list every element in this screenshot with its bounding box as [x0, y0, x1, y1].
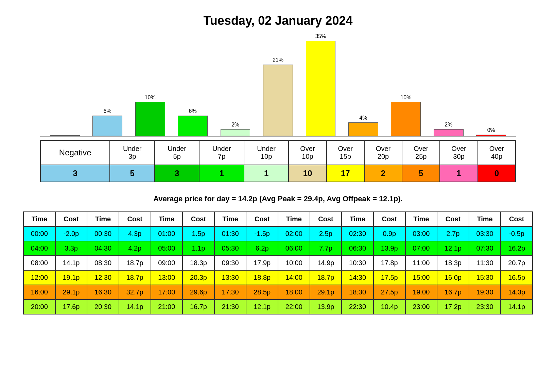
bar-col-7: 4% [342, 115, 384, 136]
time-cell-4-11: 27.5p [373, 285, 405, 300]
time-cell-5-13: 17.2p [437, 300, 469, 314]
time-cell-4-14: 19:30 [469, 285, 501, 300]
bar-pct-label-8: 10% [400, 95, 411, 101]
cat-header-3: Under7p [199, 140, 244, 165]
time-cell-1-12: 07:00 [405, 241, 437, 256]
bar-pct-label-5: 21% [273, 57, 283, 63]
time-header-8: Time [278, 212, 310, 226]
time-header-11: Cost [373, 212, 405, 226]
time-cell-1-6: 05:30 [214, 241, 246, 256]
time-cell-2-10: 10:30 [342, 256, 373, 270]
cat-count-8: 5 [402, 165, 440, 182]
time-cell-2-2: 08:30 [87, 256, 119, 270]
cat-header-9: Over30p [440, 140, 477, 165]
time-cell-2-14: 11:30 [469, 256, 501, 270]
cat-count-1: 5 [110, 165, 154, 182]
time-cell-4-1: 29.1p [55, 285, 87, 300]
time-header-2: Time [87, 212, 119, 226]
bar-col-8: 10% [385, 95, 427, 136]
bar-col-5: 21% [257, 57, 299, 136]
time-cell-1-0: 04:00 [23, 241, 55, 256]
time-cell-5-11: 10.4p [373, 300, 405, 314]
time-cell-2-6: 09:30 [214, 256, 246, 270]
time-cell-4-0: 16:00 [23, 285, 55, 300]
time-cell-4-6: 17:30 [214, 285, 246, 300]
time-cell-5-1: 17.6p [55, 300, 87, 314]
bar-pct-label-7: 4% [359, 115, 367, 121]
time-header-0: Time [23, 212, 55, 226]
time-cell-4-7: 28.5p [246, 285, 278, 300]
time-cell-5-15: 14.1p [501, 300, 533, 314]
cat-count-10: 0 [478, 165, 516, 182]
bar-col-6: 35% [299, 33, 342, 136]
time-header-14: Time [469, 212, 501, 226]
time-cell-3-9: 18.7p [310, 270, 342, 285]
time-cell-3-3: 18.7p [119, 270, 151, 285]
cat-count-3: 1 [199, 165, 244, 182]
bar-rect-8 [391, 102, 421, 136]
cat-count-9: 1 [440, 165, 477, 182]
cat-header-4: Under10p [244, 140, 289, 165]
time-cell-4-9: 29.1p [310, 285, 342, 300]
time-cell-3-6: 13:30 [214, 270, 246, 285]
time-cell-0-13: 2.7p [437, 226, 469, 241]
time-header-3: Cost [119, 212, 151, 226]
time-cell-5-14: 23:30 [469, 300, 501, 314]
time-cell-0-9: 2.5p [310, 226, 342, 241]
cat-count-2: 3 [155, 165, 199, 182]
time-cell-1-11: 13.9p [373, 241, 405, 256]
time-cell-0-15: -0.5p [501, 226, 533, 241]
time-cell-0-14: 03:30 [469, 226, 501, 241]
cat-header-7: Over20p [364, 140, 402, 165]
time-cell-5-10: 22:30 [342, 300, 373, 314]
chart-bars: 6%10%6%2%21%35%4%10%2%0% [40, 41, 516, 137]
bar-col-0 [44, 127, 86, 136]
time-cell-1-10: 06:30 [342, 241, 373, 256]
time-cell-4-13: 16.7p [437, 285, 469, 300]
time-cell-1-3: 4.2p [119, 241, 151, 256]
avg-price-text: Average price for day = 14.2p (Avg Peak … [153, 194, 402, 203]
time-cell-3-13: 16.0p [437, 270, 469, 285]
time-cell-1-2: 04:30 [87, 241, 119, 256]
time-cell-2-3: 18.7p [119, 256, 151, 270]
bar-rect-0 [50, 135, 80, 136]
time-cell-3-8: 14:00 [278, 270, 310, 285]
time-cell-5-9: 13.9p [310, 300, 342, 314]
time-cell-3-4: 13:00 [151, 270, 183, 285]
cat-header-2: Under5p [155, 140, 199, 165]
time-cell-1-5: 1.1p [183, 241, 214, 256]
time-cell-3-5: 20.3p [183, 270, 214, 285]
bar-rect-5 [263, 65, 293, 136]
time-cell-5-12: 23:00 [405, 300, 437, 314]
time-cell-3-2: 12:30 [87, 270, 119, 285]
time-cell-0-1: -2.0p [55, 226, 87, 241]
cat-header-8: Over25p [402, 140, 440, 165]
time-cell-2-13: 18.3p [437, 256, 469, 270]
bar-rect-6 [306, 41, 336, 136]
time-cell-0-11: 0.9p [373, 226, 405, 241]
bar-pct-label-9: 2% [445, 122, 452, 128]
bar-pct-label-6: 35% [315, 33, 326, 39]
time-cell-4-15: 14.3p [501, 285, 533, 300]
time-cell-0-5: 1.5p [183, 226, 214, 241]
time-cell-1-14: 07:30 [469, 241, 501, 256]
bar-rect-2 [135, 102, 165, 136]
cat-header-0: Negative [40, 140, 110, 165]
time-cell-3-15: 16.5p [501, 270, 533, 285]
time-cell-1-9: 7.7p [310, 241, 342, 256]
time-cell-3-0: 12:00 [23, 270, 55, 285]
time-cell-3-7: 18.8p [246, 270, 278, 285]
time-header-5: Cost [183, 212, 214, 226]
time-header-15: Cost [501, 212, 533, 226]
time-cost-table: TimeCostTimeCostTimeCostTimeCostTimeCost… [23, 211, 533, 314]
cat-count-6: 17 [327, 165, 364, 182]
time-cell-0-10: 02:30 [342, 226, 373, 241]
cat-count-0: 3 [40, 165, 110, 182]
time-cell-4-12: 19:00 [405, 285, 437, 300]
cat-count-7: 2 [364, 165, 402, 182]
time-cell-0-0: 00:00 [23, 226, 55, 241]
category-table: NegativeUnder3pUnder5pUnder7pUnder10pOve… [40, 140, 516, 182]
time-cell-3-14: 15:30 [469, 270, 501, 285]
time-cell-2-8: 10:00 [278, 256, 310, 270]
bar-col-3: 6% [171, 108, 214, 136]
